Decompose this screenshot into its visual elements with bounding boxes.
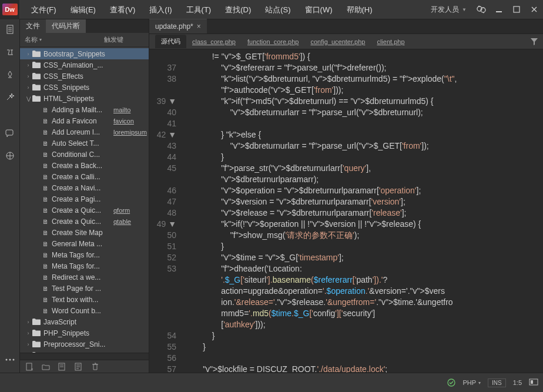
snippet-Meta Tags for...[interactable]: 🗎Meta Tags for... — [20, 249, 149, 260]
snippet-Auto Select T...[interactable]: 🗎Auto Select T... — [20, 138, 149, 149]
folder-icon — [32, 50, 41, 58]
item-label: CSS_Snippets — [43, 83, 149, 92]
folder-JavaScript[interactable]: ›JavaScript — [20, 316, 149, 327]
item-label: Create a Calli... — [52, 173, 149, 181]
folder-CSS_Effects[interactable]: ›CSS_Effects — [20, 71, 149, 82]
menu-窗口(W)[interactable]: 窗口(W) — [298, 0, 340, 19]
snippet-Add a Favicon[interactable]: 🗎Add a Faviconfavicon — [20, 115, 149, 126]
folder-PHP_Snippets[interactable]: ›PHP_Snippets — [20, 327, 149, 339]
folder-icon — [32, 61, 41, 69]
snippet-Create Site Map[interactable]: 🗎Create Site Map — [20, 227, 149, 238]
item-label: Bootstrap_Snippets — [43, 50, 149, 58]
menu-帮助(H)[interactable]: 帮助(H) — [340, 0, 380, 19]
sidebar-horizontal-scrollbar[interactable] — [20, 353, 149, 360]
snippet-Create a Quic...[interactable]: 🗎Create a Quic...qtable — [20, 216, 149, 227]
expand-arrow[interactable]: › — [25, 73, 32, 79]
menu-查看(V)[interactable]: 查看(V) — [103, 0, 142, 19]
close-button[interactable] — [525, 0, 543, 19]
snippet-Create a Back...[interactable]: 🗎Create a Back... — [20, 160, 149, 171]
menu-站点(S)[interactable]: 站点(S) — [258, 0, 297, 19]
subtab-client.php[interactable]: client.php — [371, 36, 410, 48]
folder-Preprocessor_Sni...[interactable]: ›Preprocessor_Sni... — [20, 339, 149, 350]
item-label: Conditional C... — [52, 150, 149, 159]
folder-HTML_Snippets[interactable]: ⋁HTML_Snippets — [20, 93, 149, 104]
expand-arrow[interactable]: › — [25, 330, 32, 336]
header-trigger[interactable]: 触发键 — [104, 35, 144, 44]
file-icon: 🗎 — [41, 206, 49, 215]
expand-arrow[interactable]: › — [25, 341, 32, 347]
menu-工具(T)[interactable]: 工具(T) — [179, 0, 219, 19]
file-icon: 🗎 — [41, 106, 49, 114]
snippet-Create a Navi...[interactable]: 🗎Create a Navi... — [20, 182, 149, 193]
subtab-class_core.php[interactable]: class_core.php — [186, 36, 242, 48]
file-icon: 🗎 — [41, 273, 49, 282]
status-preview-icon[interactable] — [529, 378, 538, 387]
snippet-Create a Quic...[interactable]: 🗎Create a Quic...qform — [20, 205, 149, 216]
snippet-Word Count b...[interactable]: 🗎Word Count b... — [20, 305, 149, 316]
menu-编辑(E)[interactable]: 编辑(E) — [63, 0, 103, 19]
workspace-dropdown[interactable]: 开发人员 ▼ — [425, 5, 472, 15]
status-lang[interactable]: PHP▾ — [462, 379, 481, 386]
file-icon: 🗎 — [41, 195, 49, 203]
files-icon[interactable] — [3, 23, 17, 37]
manage-sites-icon[interactable] — [3, 45, 17, 59]
code-content[interactable]: != "v">$_GET['frommd5']) { "v">$referera… — [181, 49, 543, 373]
subtab-function_core.php[interactable]: function_core.php — [242, 36, 304, 48]
minimize-button[interactable] — [490, 0, 508, 19]
menu-查找(D)[interactable]: 查找(D) — [218, 0, 258, 19]
status-ins[interactable]: INS — [488, 378, 506, 387]
snippet-Test Page for ...[interactable]: 🗎Test Page for ... — [20, 283, 149, 294]
new-snippet-button[interactable] — [22, 361, 36, 372]
filter-icon[interactable] — [530, 38, 538, 46]
item-label: Auto Select T... — [52, 139, 149, 148]
color-icon[interactable] — [3, 149, 17, 163]
comments-icon[interactable] — [3, 126, 17, 140]
folder-Bootstrap_Snippets[interactable]: ›Bootstrap_Snippets — [20, 48, 149, 59]
file-icon: 🗎 — [41, 162, 49, 170]
sidebar-tab-snippets[interactable]: 代码片断 — [46, 19, 86, 33]
snippet-Add Loreum I...[interactable]: 🗎Add Loreum I...loremipsum — [20, 126, 149, 138]
snippet-Redirect a we...[interactable]: 🗎Redirect a we... — [20, 272, 149, 283]
expand-arrow[interactable]: › — [25, 85, 32, 91]
folder-CSS_Animation_...[interactable]: ›CSS_Animation_... — [20, 59, 149, 71]
snippet-Conditional C...[interactable]: 🗎Conditional C... — [20, 149, 149, 160]
snippet-Adding a Mailt...[interactable]: 🗎Adding a Mailt...mailto — [20, 104, 149, 115]
item-label: Create a Navi... — [52, 184, 149, 192]
expand-arrow[interactable]: › — [25, 319, 32, 325]
sidebar-tab-files[interactable]: 文件 — [20, 19, 46, 33]
code-editor[interactable]: 373839 ▼404142 ▼43444546474849 ▼50515253… — [149, 49, 543, 373]
subtab-config_ucenter.php[interactable]: config_ucenter.php — [304, 36, 371, 48]
item-label: General Meta ... — [52, 240, 149, 248]
expand-arrow[interactable]: › — [25, 51, 32, 57]
wand-icon[interactable] — [3, 90, 17, 104]
menu-插入(I)[interactable]: 插入(I) — [142, 0, 179, 19]
doc-tab-updatephp[interactable]: update.php* × — [149, 19, 207, 33]
snippet-Create a Calli...[interactable]: 🗎Create a Calli... — [20, 171, 149, 182]
new-folder-button[interactable] — [39, 361, 53, 372]
maximize-button[interactable] — [508, 0, 525, 19]
snippet-Create a Pagi...[interactable]: 🗎Create a Pagi... — [20, 193, 149, 205]
line-gutter: 373839 ▼404142 ▼43444546474849 ▼50515253… — [149, 49, 181, 373]
close-icon[interactable]: × — [197, 22, 201, 31]
delete-button[interactable] — [88, 361, 102, 372]
sync-settings-icon[interactable] — [472, 0, 490, 19]
status-ok-icon[interactable] — [447, 378, 455, 387]
snippet-Meta Tags for...[interactable]: 🗎Meta Tags for... — [20, 260, 149, 272]
edit-button[interactable] — [55, 361, 69, 372]
extract-icon[interactable] — [3, 68, 17, 82]
menu-文件(F)[interactable]: 文件(F) — [24, 0, 63, 19]
snippet-General Meta ...[interactable]: 🗎General Meta ... — [20, 238, 149, 249]
subtab-源代码[interactable]: 源代码 — [155, 35, 186, 48]
folder-CSS_Snippets[interactable]: ›CSS_Snippets — [20, 82, 149, 93]
folder-icon — [32, 329, 41, 337]
rename-button[interactable] — [72, 361, 86, 372]
header-name[interactable]: 名称▾ — [25, 35, 104, 44]
more-icon[interactable] — [3, 353, 17, 367]
snippet-Text box with...[interactable]: 🗎Text box with... — [20, 294, 149, 305]
expand-arrow[interactable]: ⋁ — [25, 96, 32, 102]
sort-icon: ▾ — [39, 37, 42, 42]
file-icon: 🗎 — [41, 173, 49, 181]
svg-point-6 — [9, 359, 11, 361]
expand-arrow[interactable]: › — [25, 62, 32, 68]
file-icon: 🗎 — [41, 184, 49, 192]
